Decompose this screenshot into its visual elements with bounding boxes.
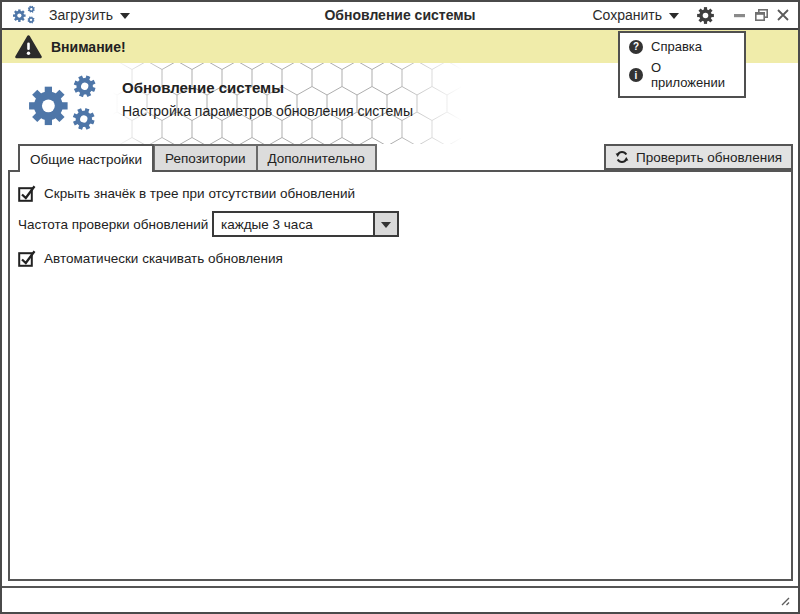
settings-gear-button[interactable] (697, 7, 714, 24)
close-button[interactable] (776, 8, 790, 22)
question-icon: ? (629, 40, 643, 54)
gears-logo (26, 74, 108, 134)
tab-general-settings[interactable]: Общие настройки (18, 144, 154, 172)
menu-item-help[interactable]: ? Справка (620, 36, 744, 57)
save-dropdown-menu: ? Справка i О приложении (618, 31, 746, 98)
chevron-down-icon (381, 222, 391, 228)
checkbox-hide-tray-icon-label: Скрыть значёк в трее при отсутствии обно… (44, 186, 355, 201)
check-updates-label: Проверить обновления (636, 150, 782, 165)
tab-bar: Общие настройки Репозитории Дополнительн… (2, 144, 798, 170)
check-updates-button[interactable]: Проверить обновления (604, 144, 793, 170)
checkbox-checked-icon (18, 185, 37, 202)
tab-repositories[interactable]: Репозитории (153, 144, 257, 170)
checkbox-auto-download-label: Автоматически скачивать обновления (44, 251, 283, 266)
tab-repositories-label: Репозитории (165, 151, 245, 166)
header-subtitle: Настройка параметров обновления системы (122, 103, 413, 119)
save-menu-button[interactable]: Сохранить (592, 7, 679, 23)
frequency-label: Частота проверки обновлений (18, 217, 212, 232)
header-title: Обновление системы (122, 79, 413, 96)
checkbox-hide-tray-icon[interactable]: Скрыть значёк в трее при отсутствии обно… (18, 185, 781, 202)
refresh-icon (615, 150, 629, 164)
frequency-dropdown[interactable]: каждые 3 часа (212, 211, 399, 237)
menu-item-about[interactable]: i О приложении (620, 57, 744, 93)
tab-advanced-label: Дополнительно (268, 151, 365, 166)
load-menu-label: Загрузить (49, 7, 113, 23)
chevron-down-icon (120, 13, 130, 19)
info-icon: i (629, 68, 643, 82)
resize-grip[interactable] (779, 595, 791, 607)
restore-button[interactable] (754, 8, 768, 22)
dropdown-arrow-button[interactable] (373, 213, 397, 235)
menu-item-help-label: Справка (651, 39, 702, 54)
minimize-button[interactable] (732, 8, 746, 22)
load-menu-button[interactable]: Загрузить (49, 7, 130, 23)
frequency-dropdown-value: каждые 3 часа (214, 213, 373, 235)
checkbox-checked-icon (18, 250, 37, 267)
warning-triangle-icon (15, 35, 42, 59)
warning-text: Внимание! (51, 39, 126, 55)
tab-general-settings-label: Общие настройки (30, 152, 142, 167)
app-window: Загрузить Обновление системы Сохранить (0, 0, 800, 614)
chevron-down-icon (669, 13, 679, 19)
app-gears-icon (12, 5, 39, 25)
menu-item-about-label: О приложении (651, 60, 735, 90)
tab-advanced[interactable]: Дополнительно (258, 144, 377, 170)
save-menu-label: Сохранить (592, 7, 662, 23)
tab-page-general: Скрыть значёк в трее при отсутствии обно… (8, 170, 793, 581)
title-bar: Загрузить Обновление системы Сохранить (2, 2, 798, 30)
status-bar (2, 586, 798, 612)
checkbox-auto-download[interactable]: Автоматически скачивать обновления (18, 250, 781, 267)
